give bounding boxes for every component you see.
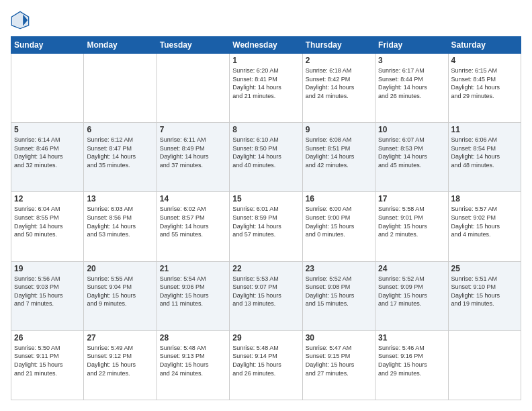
day-info: Sunrise: 5:49 AM Sunset: 9:12 PM Dayligh… bbox=[87, 344, 153, 377]
calendar-cell: 31Sunrise: 5:46 AM Sunset: 9:16 PM Dayli… bbox=[375, 330, 448, 400]
calendar-cell: 21Sunrise: 5:54 AM Sunset: 9:06 PM Dayli… bbox=[157, 261, 229, 330]
day-number: 5 bbox=[14, 125, 81, 134]
calendar-cell: 25Sunrise: 5:51 AM Sunset: 9:10 PM Dayli… bbox=[448, 261, 521, 330]
day-info: Sunrise: 5:52 AM Sunset: 9:09 PM Dayligh… bbox=[378, 275, 445, 308]
calendar-cell: 14Sunrise: 6:02 AM Sunset: 8:57 PM Dayli… bbox=[157, 192, 229, 261]
calendar-cell: 27Sunrise: 5:49 AM Sunset: 9:12 PM Dayli… bbox=[84, 330, 157, 400]
day-header: Wednesday bbox=[230, 37, 302, 54]
calendar-cell: 8Sunrise: 6:10 AM Sunset: 8:50 PM Daylig… bbox=[230, 123, 302, 192]
calendar-cell: 18Sunrise: 5:57 AM Sunset: 9:02 PM Dayli… bbox=[448, 192, 521, 261]
day-info: Sunrise: 5:52 AM Sunset: 9:08 PM Dayligh… bbox=[306, 275, 372, 308]
calendar-cell: 26Sunrise: 5:50 AM Sunset: 9:11 PM Dayli… bbox=[11, 330, 84, 400]
day-header: Monday bbox=[84, 37, 157, 54]
day-info: Sunrise: 5:51 AM Sunset: 9:10 PM Dayligh… bbox=[451, 275, 518, 308]
day-number: 22 bbox=[232, 264, 299, 273]
calendar-cell: 17Sunrise: 5:58 AM Sunset: 9:01 PM Dayli… bbox=[375, 192, 448, 261]
day-number: 11 bbox=[451, 125, 518, 134]
header bbox=[11, 11, 521, 30]
calendar-cell: 9Sunrise: 6:08 AM Sunset: 8:51 PM Daylig… bbox=[302, 123, 375, 192]
day-info: Sunrise: 6:01 AM Sunset: 8:59 PM Dayligh… bbox=[232, 205, 299, 238]
day-number: 8 bbox=[232, 125, 299, 134]
calendar-cell: 23Sunrise: 5:52 AM Sunset: 9:08 PM Dayli… bbox=[302, 261, 375, 330]
day-number: 10 bbox=[378, 125, 445, 134]
day-info: Sunrise: 6:20 AM Sunset: 8:41 PM Dayligh… bbox=[232, 66, 299, 100]
calendar-cell: 20Sunrise: 5:55 AM Sunset: 9:04 PM Dayli… bbox=[84, 261, 157, 330]
calendar-cell: 24Sunrise: 5:52 AM Sunset: 9:09 PM Dayli… bbox=[375, 261, 448, 330]
calendar-week: 26Sunrise: 5:50 AM Sunset: 9:11 PM Dayli… bbox=[11, 330, 521, 400]
calendar-cell: 3Sunrise: 6:17 AM Sunset: 8:44 PM Daylig… bbox=[375, 54, 448, 123]
calendar-cell: 1Sunrise: 6:20 AM Sunset: 8:41 PM Daylig… bbox=[230, 54, 302, 123]
day-info: Sunrise: 5:55 AM Sunset: 9:04 PM Dayligh… bbox=[87, 275, 153, 308]
calendar-cell: 22Sunrise: 5:53 AM Sunset: 9:07 PM Dayli… bbox=[230, 261, 302, 330]
day-info: Sunrise: 5:54 AM Sunset: 9:06 PM Dayligh… bbox=[160, 275, 226, 308]
calendar-cell: 28Sunrise: 5:48 AM Sunset: 9:13 PM Dayli… bbox=[157, 330, 229, 400]
day-header: Tuesday bbox=[157, 37, 229, 54]
day-number: 14 bbox=[160, 194, 226, 203]
calendar-cell: 29Sunrise: 5:48 AM Sunset: 9:14 PM Dayli… bbox=[230, 330, 302, 400]
day-number: 6 bbox=[87, 125, 153, 134]
day-info: Sunrise: 5:48 AM Sunset: 9:13 PM Dayligh… bbox=[160, 344, 226, 377]
day-info: Sunrise: 5:56 AM Sunset: 9:03 PM Dayligh… bbox=[14, 275, 81, 308]
calendar: SundayMondayTuesdayWednesdayThursdayFrid… bbox=[11, 36, 521, 400]
day-number: 4 bbox=[451, 56, 518, 65]
calendar-cell: 19Sunrise: 5:56 AM Sunset: 9:03 PM Dayli… bbox=[11, 261, 84, 330]
day-info: Sunrise: 5:58 AM Sunset: 9:01 PM Dayligh… bbox=[378, 205, 445, 238]
day-info: Sunrise: 6:06 AM Sunset: 8:54 PM Dayligh… bbox=[451, 136, 518, 169]
calendar-cell: 11Sunrise: 6:06 AM Sunset: 8:54 PM Dayli… bbox=[448, 123, 521, 192]
day-header: Sunday bbox=[11, 37, 84, 54]
logo bbox=[11, 11, 32, 30]
logo-icon bbox=[11, 11, 30, 30]
calendar-cell bbox=[448, 330, 521, 400]
day-info: Sunrise: 6:03 AM Sunset: 8:56 PM Dayligh… bbox=[87, 205, 153, 238]
day-info: Sunrise: 6:17 AM Sunset: 8:44 PM Dayligh… bbox=[378, 66, 445, 100]
calendar-cell: 4Sunrise: 6:15 AM Sunset: 8:45 PM Daylig… bbox=[448, 54, 521, 123]
calendar-cell: 16Sunrise: 6:00 AM Sunset: 9:00 PM Dayli… bbox=[302, 192, 375, 261]
day-number: 16 bbox=[306, 194, 372, 203]
calendar-week: 19Sunrise: 5:56 AM Sunset: 9:03 PM Dayli… bbox=[11, 261, 521, 330]
day-info: Sunrise: 6:02 AM Sunset: 8:57 PM Dayligh… bbox=[160, 205, 226, 238]
day-header: Thursday bbox=[302, 37, 375, 54]
day-number: 31 bbox=[378, 333, 445, 342]
day-number: 7 bbox=[160, 125, 226, 134]
day-number: 12 bbox=[14, 194, 81, 203]
day-number: 2 bbox=[306, 56, 372, 65]
day-info: Sunrise: 6:08 AM Sunset: 8:51 PM Dayligh… bbox=[306, 136, 372, 169]
day-number: 26 bbox=[14, 333, 81, 342]
day-number: 9 bbox=[306, 125, 372, 134]
day-number: 13 bbox=[87, 194, 153, 203]
page: SundayMondayTuesdayWednesdayThursdayFrid… bbox=[0, 0, 532, 411]
day-info: Sunrise: 5:46 AM Sunset: 9:16 PM Dayligh… bbox=[378, 344, 445, 377]
day-info: Sunrise: 6:00 AM Sunset: 9:00 PM Dayligh… bbox=[306, 205, 372, 238]
day-info: Sunrise: 6:04 AM Sunset: 8:55 PM Dayligh… bbox=[14, 205, 81, 238]
day-info: Sunrise: 6:10 AM Sunset: 8:50 PM Dayligh… bbox=[232, 136, 299, 169]
day-info: Sunrise: 5:50 AM Sunset: 9:11 PM Dayligh… bbox=[14, 344, 81, 377]
calendar-header: SundayMondayTuesdayWednesdayThursdayFrid… bbox=[11, 37, 521, 54]
day-info: Sunrise: 6:14 AM Sunset: 8:46 PM Dayligh… bbox=[14, 136, 81, 169]
calendar-cell: 30Sunrise: 5:47 AM Sunset: 9:15 PM Dayli… bbox=[302, 330, 375, 400]
calendar-cell bbox=[11, 54, 84, 123]
day-number: 1 bbox=[232, 56, 299, 65]
day-info: Sunrise: 5:47 AM Sunset: 9:15 PM Dayligh… bbox=[306, 344, 372, 377]
day-number: 28 bbox=[160, 333, 226, 342]
day-info: Sunrise: 6:07 AM Sunset: 8:53 PM Dayligh… bbox=[378, 136, 445, 169]
day-number: 17 bbox=[378, 194, 445, 203]
day-number: 30 bbox=[306, 333, 372, 342]
calendar-cell bbox=[157, 54, 229, 123]
day-header: Saturday bbox=[448, 37, 521, 54]
calendar-body: 1Sunrise: 6:20 AM Sunset: 8:41 PM Daylig… bbox=[11, 54, 521, 400]
day-number: 15 bbox=[232, 194, 299, 203]
day-number: 20 bbox=[87, 264, 153, 273]
day-number: 23 bbox=[306, 264, 372, 273]
day-info: Sunrise: 6:18 AM Sunset: 8:42 PM Dayligh… bbox=[306, 66, 372, 100]
calendar-week: 1Sunrise: 6:20 AM Sunset: 8:41 PM Daylig… bbox=[11, 54, 521, 123]
header-row: SundayMondayTuesdayWednesdayThursdayFrid… bbox=[11, 37, 521, 54]
calendar-week: 5Sunrise: 6:14 AM Sunset: 8:46 PM Daylig… bbox=[11, 123, 521, 192]
calendar-cell bbox=[84, 54, 157, 123]
day-number: 25 bbox=[451, 264, 518, 273]
day-info: Sunrise: 6:12 AM Sunset: 8:47 PM Dayligh… bbox=[87, 136, 153, 169]
day-info: Sunrise: 5:53 AM Sunset: 9:07 PM Dayligh… bbox=[232, 275, 299, 308]
day-info: Sunrise: 6:11 AM Sunset: 8:49 PM Dayligh… bbox=[160, 136, 226, 169]
day-info: Sunrise: 5:48 AM Sunset: 9:14 PM Dayligh… bbox=[232, 344, 299, 377]
day-number: 19 bbox=[14, 264, 81, 273]
calendar-cell: 15Sunrise: 6:01 AM Sunset: 8:59 PM Dayli… bbox=[230, 192, 302, 261]
